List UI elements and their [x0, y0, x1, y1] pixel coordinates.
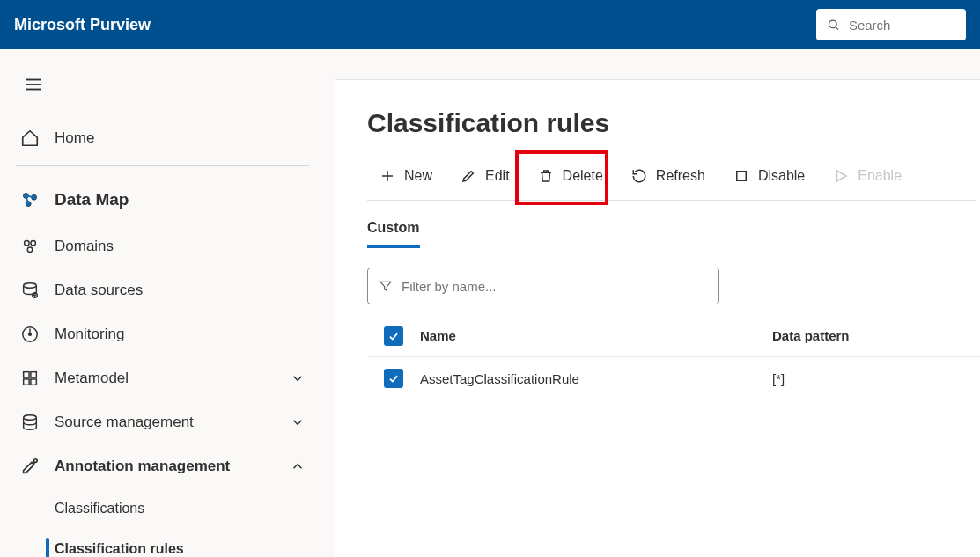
svg-line-1 — [836, 27, 838, 30]
svg-point-25 — [34, 459, 38, 463]
nav-source-management[interactable]: Source management — [12, 400, 313, 444]
svg-point-12 — [27, 247, 33, 253]
plus-icon — [379, 168, 395, 184]
row-checkbox[interactable] — [384, 369, 403, 388]
svg-marker-29 — [837, 171, 847, 181]
svg-point-10 — [25, 241, 29, 246]
svg-point-0 — [829, 20, 836, 28]
svg-rect-28 — [737, 172, 747, 181]
table-header: Name Data pattern — [367, 315, 980, 357]
table-row[interactable]: AssetTagClassificationRule [*] — [367, 357, 980, 399]
refresh-icon — [631, 168, 647, 184]
nav-source-management-label: Source management — [55, 414, 194, 431]
tab-custom[interactable]: Custom — [367, 213, 420, 248]
search-box[interactable] — [816, 9, 966, 40]
brand-title: Microsoft Purview — [14, 16, 151, 34]
refresh-label: Refresh — [656, 168, 705, 184]
source-management-icon — [19, 412, 41, 433]
filter-input[interactable] — [402, 279, 708, 294]
trash-icon — [538, 168, 554, 184]
svg-point-13 — [24, 283, 37, 289]
enable-button: Enable — [821, 163, 914, 189]
svg-rect-20 — [24, 372, 29, 377]
nav-metamodel-label: Metamodel — [55, 370, 129, 387]
filter-icon — [379, 279, 393, 293]
nav-home-label: Home — [55, 129, 94, 147]
nav-section-datamap[interactable]: Data Map — [12, 175, 313, 224]
nav-metamodel[interactable]: Metamodel — [12, 356, 313, 400]
toolbar: New Edit Delete Refresh Disable Enable — [367, 163, 976, 201]
refresh-button[interactable]: Refresh — [619, 163, 718, 189]
col-header-pattern[interactable]: Data pattern — [772, 328, 980, 343]
nav-data-sources[interactable]: Data sources — [12, 268, 313, 312]
select-all-checkbox[interactable] — [384, 326, 403, 346]
svg-rect-22 — [24, 379, 29, 385]
monitoring-icon — [19, 324, 41, 345]
page-title: Classification rules — [367, 108, 980, 138]
row-name[interactable]: AssetTagClassificationRule — [420, 371, 772, 386]
nav-monitoring[interactable]: Monitoring — [12, 312, 313, 356]
delete-button[interactable]: Delete — [526, 163, 615, 189]
subnav-classification-rules[interactable]: Classification rules — [48, 529, 313, 557]
new-label: New — [404, 168, 432, 184]
edit-button[interactable]: Edit — [448, 163, 522, 189]
subnav-classifications[interactable]: Classifications — [48, 488, 313, 529]
delete-label: Delete — [563, 168, 603, 184]
main-content: Classification rules New Edit Delete Ref… — [335, 79, 980, 557]
col-header-name[interactable]: Name — [420, 328, 772, 343]
annotation-icon — [19, 456, 41, 477]
enable-label: Enable — [858, 168, 902, 184]
nav-domains-label: Domains — [55, 238, 114, 255]
datamap-icon — [19, 189, 41, 210]
home-icon — [19, 128, 41, 149]
nav-monitoring-label: Monitoring — [55, 326, 124, 343]
search-icon — [827, 17, 840, 33]
header-bar: Microsoft Purview — [0, 0, 980, 49]
domains-icon — [19, 236, 41, 257]
metamodel-icon — [19, 368, 41, 389]
chevron-up-icon — [290, 458, 306, 474]
subnav-classification-rules-label: Classification rules — [55, 541, 184, 557]
nav-annotation-management[interactable]: Annotation management — [12, 444, 313, 488]
svg-rect-21 — [31, 372, 36, 377]
svg-marker-30 — [380, 282, 391, 290]
rules-table: Name Data pattern AssetTagClassification… — [367, 315, 980, 399]
new-button[interactable]: New — [367, 163, 445, 189]
edit-label: Edit — [485, 168, 510, 184]
chevron-down-icon — [290, 414, 306, 430]
sidebar: Home Data Map Domains Data sources — [0, 49, 335, 557]
nav-data-sources-label: Data sources — [55, 282, 143, 299]
disable-label: Disable — [758, 168, 805, 184]
disable-button[interactable]: Disable — [721, 163, 817, 189]
tabs: Custom — [367, 213, 980, 248]
nav-section-label: Data Map — [55, 190, 129, 209]
chevron-down-icon — [290, 370, 306, 386]
filter-input-wrap[interactable] — [367, 268, 719, 304]
row-pattern: [*] — [772, 371, 980, 386]
hamburger-menu[interactable] — [14, 65, 53, 104]
data-sources-icon — [19, 280, 41, 301]
svg-point-24 — [24, 415, 37, 421]
subnav-classifications-label: Classifications — [55, 501, 144, 517]
nav-annotation-label: Annotation management — [55, 458, 230, 475]
nav-home[interactable]: Home — [12, 116, 313, 160]
enable-icon — [833, 168, 849, 184]
svg-point-11 — [31, 241, 35, 246]
disable-icon — [733, 168, 749, 184]
svg-rect-23 — [31, 379, 36, 385]
nav-domains[interactable]: Domains — [12, 224, 313, 268]
edit-icon — [461, 168, 476, 184]
search-input[interactable] — [849, 18, 955, 33]
divider — [16, 165, 309, 166]
